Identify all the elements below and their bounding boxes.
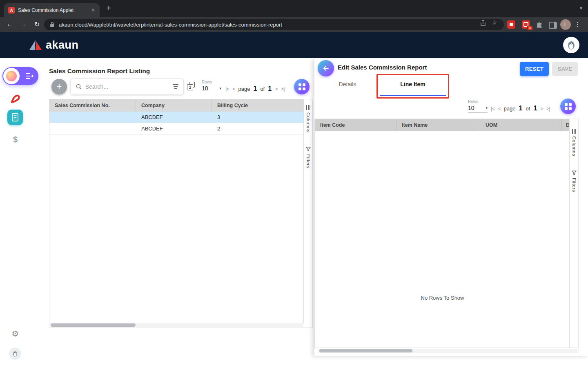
add-record-button[interactable]: + — [51, 79, 67, 94]
listing-table-header: Sales Commission No. Company Billing Cyc… — [49, 99, 312, 112]
browser-menu-icon[interactable]: ⋮ — [575, 21, 581, 28]
horizontal-scrollbar[interactable] — [50, 323, 303, 327]
active-applet-launcher[interactable] — [2, 67, 38, 85]
duplicate-pages-icon[interactable]: 2 — [187, 82, 196, 92]
rail-item-commission-applet[interactable] — [7, 110, 23, 125]
copy-count: 2 — [187, 84, 193, 90]
horizontal-scrollbar[interactable] — [318, 349, 579, 353]
annotation-highlight-box — [376, 74, 449, 99]
tab-list-chevron-icon[interactable]: ▾ — [580, 5, 582, 11]
columns-tool-label: Columns — [306, 112, 311, 132]
prev-page-icon[interactable]: < — [498, 105, 501, 112]
app-user-avatar[interactable] — [563, 37, 579, 53]
rows-per-page-select[interactable]: Rows 10 ▾ — [202, 80, 221, 93]
extension-icon[interactable] — [507, 20, 515, 29]
reload-icon[interactable]: ↻ — [34, 20, 40, 28]
url-text: akaun.cloud/#/applet/tnt/wavelet/erp/int… — [59, 22, 282, 28]
line-item-table-header: Item Code Item Name UOM De — [315, 119, 578, 131]
chevron-down-icon: ▾ — [486, 106, 488, 110]
column-header-company[interactable]: Company — [136, 99, 212, 112]
app-header: akaun — [0, 32, 588, 58]
side-panel-icon[interactable] — [549, 21, 557, 29]
grid-icon — [565, 103, 572, 110]
url-bar[interactable]: akaun.cloud/#/applet/tnt/wavelet/erp/int… — [44, 19, 504, 30]
rows-per-page-select[interactable]: Rows 10 ▾ — [468, 99, 488, 113]
bookmark-star-icon[interactable]: ☆ — [492, 19, 497, 26]
first-page-icon[interactable]: |< — [225, 86, 229, 92]
listing-title: Sales Commission Report Listing — [49, 67, 150, 75]
forward-icon[interactable]: → — [20, 20, 27, 28]
grid-icon — [298, 83, 305, 90]
penguin-icon — [12, 350, 18, 357]
sales-commission-applet-icon — [3, 68, 20, 84]
browser-window: A Sales Commission Applet × + ▾ ← → ↻ ak… — [0, 0, 588, 368]
grid-view-button[interactable] — [294, 79, 310, 94]
rail-item-support[interactable] — [9, 348, 21, 360]
columns-icon — [306, 105, 310, 110]
search-icon — [76, 83, 82, 90]
table-row[interactable]: ABCDEF 3 — [49, 112, 312, 123]
columns-tool-button[interactable]: Columns — [304, 105, 313, 132]
search-box[interactable] — [70, 79, 184, 95]
profile-avatar[interactable]: L — [560, 19, 571, 30]
column-header-uom[interactable]: UOM — [480, 119, 562, 131]
rows-label: Rows — [468, 99, 488, 104]
cell-sales-commission-no — [49, 112, 136, 123]
applet-rail: $ ⚙ — [0, 58, 31, 368]
rail-item-billing-applet[interactable]: $ — [0, 135, 31, 144]
back-button[interactable] — [318, 60, 334, 76]
lock-icon — [50, 22, 55, 27]
column-header-sales-commission-no[interactable]: Sales Commission No. — [49, 99, 136, 112]
puzzle-extensions-icon[interactable] — [536, 20, 544, 29]
tab-details[interactable]: Details — [339, 81, 356, 88]
reset-button[interactable]: RESET — [520, 62, 549, 76]
rail-item-settings[interactable]: ⚙ — [0, 329, 31, 339]
filters-tool-button[interactable]: Filters — [304, 147, 313, 168]
columns-icon — [572, 129, 576, 134]
arrow-back-icon — [322, 64, 330, 72]
cell-billing-cycle: 3 — [212, 112, 303, 123]
back-icon[interactable]: ← — [7, 20, 13, 28]
horizontal-scrollbar-thumb[interactable] — [51, 323, 136, 327]
detail-side-tools: Columns Filters — [569, 119, 578, 348]
cell-billing-cycle: 2 — [212, 123, 303, 134]
share-icon[interactable] — [480, 20, 486, 27]
search-input[interactable] — [85, 83, 173, 90]
last-page-icon[interactable]: >| — [546, 105, 550, 112]
next-page-icon[interactable]: > — [540, 105, 543, 112]
expand-menu-icon[interactable] — [26, 73, 34, 79]
save-button[interactable]: SAVE — [552, 62, 578, 76]
new-tab-button[interactable]: + — [106, 4, 111, 13]
prev-page-icon[interactable]: < — [232, 86, 235, 92]
pdf-applet-icon — [10, 93, 21, 104]
next-page-icon[interactable]: > — [275, 86, 278, 92]
close-icon[interactable]: × — [90, 7, 96, 13]
column-header-item-code[interactable]: Item Code — [315, 119, 396, 131]
grid-view-button[interactable] — [560, 99, 576, 114]
browser-toolbar: ← → ↻ akaun.cloud/#/applet/tnt/wavelet/e… — [0, 17, 588, 32]
of-word: of — [260, 86, 265, 92]
filters-tool-button[interactable]: Filters — [570, 171, 579, 192]
column-header-billing-cycle[interactable]: Billing Cycle — [212, 99, 303, 112]
page-current: 1 — [519, 105, 522, 112]
listing-panel: Sales Commission Report Listing + 2 Rows… — [49, 58, 313, 330]
column-header-item-name[interactable]: Item Name — [396, 119, 480, 131]
first-page-icon[interactable]: |< — [491, 105, 494, 112]
listing-table: Sales Commission No. Company Billing Cyc… — [49, 99, 313, 328]
columns-tool-button[interactable]: Columns — [570, 129, 579, 156]
last-page-icon[interactable]: >| — [281, 86, 285, 92]
cell-company: ABCDEF — [136, 112, 212, 123]
filter-list-icon[interactable] — [173, 84, 178, 89]
rail-item-pdf-applet[interactable] — [0, 93, 31, 104]
columns-tool-label: Columns — [572, 136, 577, 156]
extension-badge-icon[interactable]: 11 — [522, 20, 530, 29]
filters-tool-label: Filters — [306, 154, 311, 168]
plus-icon: + — [57, 81, 62, 92]
table-row[interactable]: ABCDEF 2 — [49, 123, 312, 135]
browser-tab[interactable]: A Sales Commission Applet × — [4, 3, 100, 17]
page-word: page — [238, 86, 250, 92]
listing-pagination: |< < page 1 of 1 > >| — [225, 85, 285, 92]
column-header-cutoff[interactable]: De — [562, 119, 570, 131]
horizontal-scrollbar-thumb[interactable] — [319, 349, 412, 352]
rows-label: Rows — [202, 80, 221, 84]
